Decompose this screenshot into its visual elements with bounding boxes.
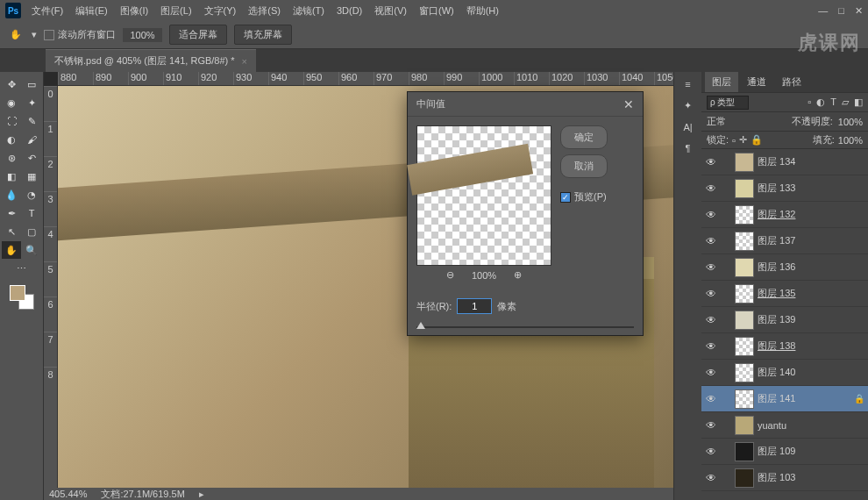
dialog-close-icon[interactable]: ✕ xyxy=(623,97,634,111)
zoom-value[interactable]: 100% xyxy=(123,28,162,42)
menu-view[interactable]: 视图(V) xyxy=(369,3,412,19)
visibility-icon[interactable]: 👁 xyxy=(705,209,717,221)
eraser-tool[interactable]: ◧ xyxy=(2,168,21,185)
heal-tool[interactable]: ◐ xyxy=(2,131,21,148)
document-tab[interactable]: 不锈钢.psd @ 405% (图层 141, RGB/8#) * × xyxy=(46,49,256,72)
visibility-icon[interactable]: 👁 xyxy=(705,393,717,405)
visibility-icon[interactable]: 👁 xyxy=(705,472,717,484)
radius-input[interactable] xyxy=(457,298,492,314)
layer-row[interactable]: 👁图层 138 xyxy=(701,333,868,360)
dialog-preview[interactable] xyxy=(416,125,551,266)
preview-checkbox[interactable]: ✓预览(P) xyxy=(560,190,608,204)
visibility-icon[interactable]: 👁 xyxy=(705,340,717,353)
menu-edit[interactable]: 编辑(E) xyxy=(70,3,113,19)
visibility-icon[interactable]: 👁 xyxy=(705,288,717,300)
filter-type-icon[interactable]: T xyxy=(830,96,836,108)
visibility-icon[interactable]: 👁 xyxy=(705,156,717,168)
layer-row[interactable]: 👁图层 103 xyxy=(701,465,868,491)
lock-all-icon[interactable]: 🔒 xyxy=(751,134,763,146)
path-tool[interactable]: ↖ xyxy=(2,223,21,240)
layer-filter-input[interactable]: ρ 类型 xyxy=(707,96,749,110)
lock-pixels-icon[interactable]: ▫ xyxy=(732,135,736,146)
menu-type[interactable]: 文字(Y) xyxy=(199,3,242,19)
gradient-tool[interactable]: ▦ xyxy=(22,168,41,185)
tab-layers[interactable]: 图层 xyxy=(705,72,738,92)
filter-smart-icon[interactable]: ◧ xyxy=(854,96,863,108)
menu-help[interactable]: 帮助(H) xyxy=(461,3,504,19)
history-brush-tool[interactable]: ↶ xyxy=(22,149,41,167)
filter-adjust-icon[interactable]: ◐ xyxy=(816,96,825,108)
type-tool[interactable]: T xyxy=(22,204,41,222)
history-icon[interactable]: ≡ xyxy=(685,79,690,89)
status-zoom[interactable]: 405.44% xyxy=(49,489,87,499)
tab-channels[interactable]: 通道 xyxy=(740,72,773,92)
dodge-tool[interactable]: ◔ xyxy=(22,186,41,204)
zoom-tool[interactable]: 🔍 xyxy=(22,241,41,259)
layer-row[interactable]: 👁图层 133 xyxy=(701,175,868,202)
stamp-tool[interactable]: ⊛ xyxy=(2,149,21,167)
radius-slider[interactable] xyxy=(408,319,643,335)
chevron-down-icon[interactable]: ▾ xyxy=(32,29,37,40)
layer-row[interactable]: 👁图层 141🔒 xyxy=(701,386,868,412)
layer-row[interactable]: 👁图层 109 xyxy=(701,439,868,465)
paragraph-icon[interactable]: ¶ xyxy=(686,143,691,154)
layer-row[interactable]: 👁yuantu xyxy=(701,412,868,439)
fill-value[interactable]: 100% xyxy=(838,135,863,146)
visibility-icon[interactable]: 👁 xyxy=(705,367,717,379)
layer-row[interactable]: 👁图层 134 xyxy=(701,149,868,175)
visibility-icon[interactable]: 👁 xyxy=(705,446,717,458)
hand-tool[interactable]: ✋ xyxy=(2,241,21,259)
layer-row[interactable]: 👁图层 139 xyxy=(701,307,868,333)
color-swatch[interactable] xyxy=(10,285,34,310)
menu-window[interactable]: 窗口(W) xyxy=(414,3,459,19)
menu-file[interactable]: 文件(F) xyxy=(26,3,68,19)
pen-tool[interactable]: ✒ xyxy=(2,204,21,222)
lock-position-icon[interactable]: ✛ xyxy=(739,134,747,146)
cancel-button[interactable]: 取消 xyxy=(560,154,608,178)
marquee-tool[interactable]: ▭ xyxy=(22,75,41,93)
layer-row[interactable]: 👁图层 135 xyxy=(701,281,868,307)
fill-screen-button[interactable]: 填充屏幕 xyxy=(234,25,292,45)
menu-image[interactable]: 图像(I) xyxy=(115,3,153,19)
visibility-icon[interactable]: 👁 xyxy=(705,261,717,274)
visibility-icon[interactable]: 👁 xyxy=(705,419,717,432)
character-icon[interactable]: A| xyxy=(683,122,692,132)
close-icon[interactable]: ✕ xyxy=(855,5,863,17)
status-arrow-icon[interactable]: ▸ xyxy=(199,489,204,500)
eyedropper-tool[interactable]: ✎ xyxy=(22,112,41,130)
tab-close-icon[interactable]: × xyxy=(242,56,247,67)
menu-filter[interactable]: 滤镜(T) xyxy=(288,3,330,19)
filter-image-icon[interactable]: ▫ xyxy=(808,96,811,108)
blend-mode-select[interactable]: 正常 xyxy=(707,115,726,128)
zoom-out-icon[interactable]: ⊖ xyxy=(446,269,454,281)
menu-layer[interactable]: 图层(L) xyxy=(155,3,196,19)
brush-tool[interactable]: 🖌 xyxy=(22,131,41,148)
visibility-icon[interactable]: 👁 xyxy=(705,235,717,247)
ok-button[interactable]: 确定 xyxy=(560,125,608,149)
menu-select[interactable]: 选择(S) xyxy=(243,3,286,19)
wand-tool[interactable]: ✦ xyxy=(22,94,41,111)
layer-row[interactable]: 👁图层 140 xyxy=(701,360,868,386)
more-tools[interactable]: ⋯ xyxy=(12,260,32,277)
maximize-icon[interactable]: □ xyxy=(838,5,844,17)
visibility-icon[interactable]: 👁 xyxy=(705,314,717,326)
blur-tool[interactable]: 💧 xyxy=(2,186,21,204)
opacity-value[interactable]: 100% xyxy=(838,117,863,127)
crop-tool[interactable]: ⛶ xyxy=(2,112,21,130)
zoom-in-icon[interactable]: ⊕ xyxy=(514,269,522,281)
layer-row[interactable]: 👁图层 132 xyxy=(701,202,868,228)
lasso-tool[interactable]: ◉ xyxy=(2,94,21,111)
visibility-icon[interactable]: 👁 xyxy=(705,182,717,195)
layer-row[interactable]: 👁图层 137 xyxy=(701,228,868,254)
shape-tool[interactable]: ▢ xyxy=(22,223,41,240)
move-tool[interactable]: ✥ xyxy=(2,75,21,93)
fit-screen-button[interactable]: 适合屏幕 xyxy=(169,25,227,45)
scroll-all-checkbox[interactable]: 滚动所有窗口 xyxy=(44,28,116,41)
filter-shape-icon[interactable]: ▱ xyxy=(842,96,849,108)
minimize-icon[interactable]: — xyxy=(818,5,828,17)
layer-thumb xyxy=(735,389,754,409)
tab-paths[interactable]: 路径 xyxy=(775,72,808,92)
layer-row[interactable]: 👁图层 136 xyxy=(701,254,868,281)
menu-3d[interactable]: 3D(D) xyxy=(331,4,367,18)
glyph-icon[interactable]: ✦ xyxy=(684,100,692,111)
